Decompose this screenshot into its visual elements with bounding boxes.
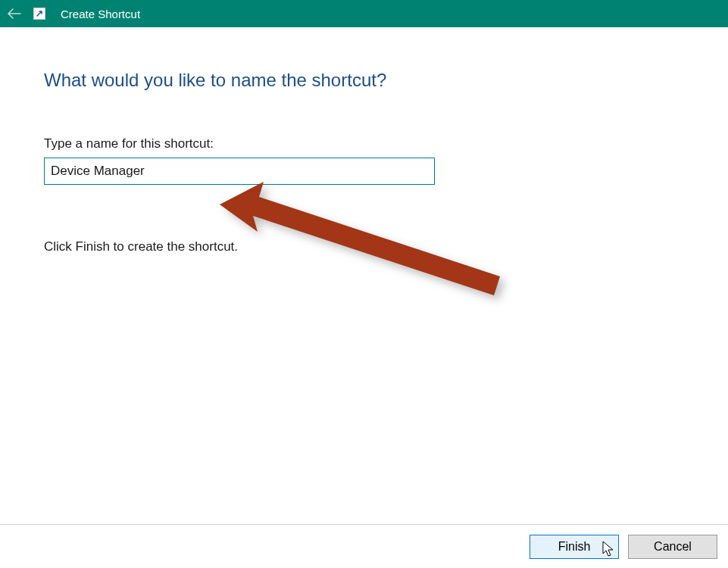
- shortcut-name-input[interactable]: [44, 158, 435, 185]
- window-title: Create Shortcut: [61, 8, 140, 20]
- wizard-instruction: Click Finish to create the shortcut.: [44, 239, 684, 254]
- back-arrow-icon[interactable]: [6, 5, 23, 22]
- finish-button[interactable]: Finish: [530, 535, 619, 559]
- wizard-footer: Finish Cancel: [0, 524, 728, 568]
- shortcut-file-icon: [33, 8, 45, 20]
- cancel-button[interactable]: Cancel: [628, 535, 717, 559]
- wizard-heading: What would you like to name the shortcut…: [44, 70, 684, 91]
- shortcut-name-label: Type a name for this shortcut:: [44, 136, 684, 151]
- wizard-content: What would you like to name the shortcut…: [0, 27, 728, 254]
- titlebar: Create Shortcut: [0, 0, 728, 27]
